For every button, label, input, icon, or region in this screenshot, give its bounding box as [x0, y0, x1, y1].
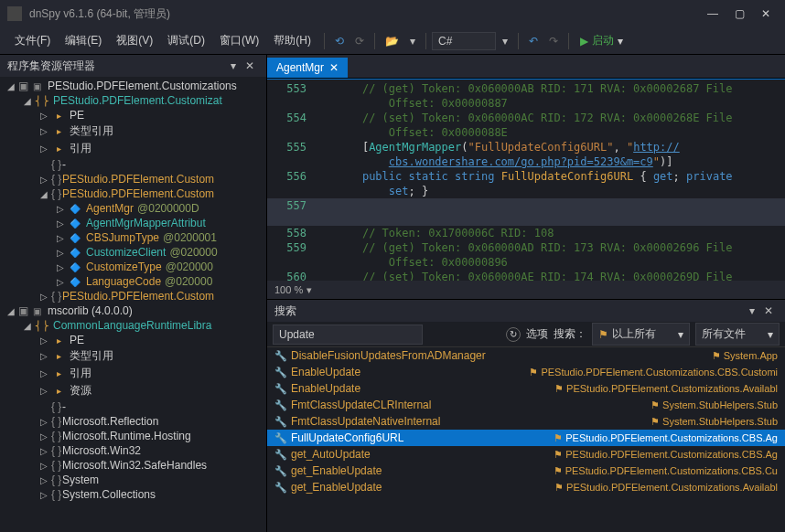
- expander-icon[interactable]: ▷: [38, 351, 49, 361]
- start-button[interactable]: ▶ 启动 ▾: [575, 30, 629, 51]
- chevron-down-icon[interactable]: ▾: [618, 35, 623, 48]
- tree-node[interactable]: { }-: [0, 157, 266, 172]
- close-panel-icon[interactable]: ✕: [759, 302, 778, 320]
- undo-icon[interactable]: ↶: [524, 32, 543, 50]
- search-result[interactable]: 🔧EnableUpdate⚑PEStudio.PDFElement.Custom…: [267, 380, 785, 397]
- tree-node[interactable]: ▷▸PE: [0, 108, 266, 122]
- close-button[interactable]: ✕: [761, 7, 770, 20]
- maximize-button[interactable]: ▢: [735, 7, 745, 20]
- expander-icon[interactable]: ▷: [38, 175, 49, 185]
- filter-scope-dropdown[interactable]: 所有文件▾: [695, 323, 780, 346]
- dropdown-icon[interactable]: ▾: [226, 57, 241, 75]
- tree-node[interactable]: ▷{ }PEStudio.PDFElement.Custom: [0, 289, 266, 303]
- code-line[interactable]: 556 public static string FullUpdateConfi…: [267, 169, 785, 184]
- search-result[interactable]: 🔧FullUpdateConfig6URL⚑PEStudio.PDFElemen…: [267, 430, 785, 446]
- tree-node[interactable]: ◢⎨⎬CommonLanguageRuntimeLibra: [0, 318, 266, 333]
- code-line[interactable]: 557: [267, 198, 785, 226]
- expander-icon[interactable]: ▷: [38, 446, 49, 456]
- search-result[interactable]: 🔧EnableUpdate⚑PEStudio.PDFElement.Custom…: [267, 364, 785, 380]
- expander-icon[interactable]: ▷: [38, 335, 49, 346]
- search-result[interactable]: 🔧DisableFusionUpdatesFromADManager⚑Syste…: [267, 347, 785, 364]
- dropdown-icon[interactable]: ▾: [405, 32, 420, 50]
- tree-node[interactable]: ▷▸引用: [0, 365, 266, 382]
- expander-icon[interactable]: ▷: [55, 218, 66, 229]
- tree-node[interactable]: ◢{ }PEStudio.PDFElement.Custom: [0, 186, 266, 201]
- dropdown-icon[interactable]: ▾: [745, 302, 759, 320]
- menu-item[interactable]: 文件(F): [7, 29, 58, 52]
- tree-node[interactable]: ▷🔷AgentMgrMapperAttribut: [0, 216, 266, 230]
- expander-icon[interactable]: ▷: [38, 461, 49, 471]
- redo-icon[interactable]: ↷: [544, 32, 563, 50]
- code-line[interactable]: Offset: 0x00000896: [267, 255, 785, 270]
- search-result[interactable]: 🔧get_EnableUpdate⚑PEStudio.PDFElement.Cu…: [267, 479, 785, 495]
- expander-icon[interactable]: ▷: [55, 277, 66, 287]
- language-selector[interactable]: [432, 32, 496, 50]
- search-result[interactable]: 🔧FmtClassUpdateNativeInternal⚑System.Stu…: [267, 413, 785, 430]
- expander-icon[interactable]: ▷: [55, 233, 66, 243]
- tree-node[interactable]: ▷▸PE: [0, 333, 266, 347]
- expander-icon[interactable]: ▷: [38, 386, 49, 396]
- menu-item[interactable]: 视图(V): [109, 29, 160, 52]
- minimize-button[interactable]: —: [707, 7, 718, 20]
- tree-node[interactable]: ▷{ }System: [0, 473, 266, 487]
- code-line[interactable]: 554 // (set) Token: 0x060000AC RID: 172 …: [267, 111, 785, 125]
- menu-item[interactable]: 帮助(H): [266, 29, 318, 52]
- menu-item[interactable]: 调试(D): [160, 29, 212, 52]
- code-line[interactable]: 560 // (set) Token: 0x060000AE RID: 174 …: [267, 270, 785, 281]
- tree-node[interactable]: ▷▸类型引用: [0, 347, 266, 365]
- expander-icon[interactable]: ▷: [38, 144, 49, 154]
- expander-icon[interactable]: ▷: [38, 490, 49, 500]
- expander-icon[interactable]: ▷: [38, 126, 49, 136]
- open-icon[interactable]: 📂: [381, 32, 403, 50]
- code-editor[interactable]: 553 // (get) Token: 0x060000AB RID: 171 …: [267, 79, 785, 281]
- tree-node[interactable]: ▷🔷LanguageCode@020000: [0, 274, 266, 289]
- close-panel-icon[interactable]: ✕: [241, 57, 259, 75]
- nav-back-icon[interactable]: ⟲: [330, 32, 349, 50]
- expander-icon[interactable]: ▷: [38, 111, 49, 121]
- code-line[interactable]: 553 // (get) Token: 0x060000AB RID: 171 …: [267, 81, 785, 96]
- tree-view[interactable]: ◢▣▣PEStudio.PDFElement.Customizations◢⎨⎬…: [0, 77, 266, 532]
- tree-node[interactable]: ▷▸引用: [0, 140, 266, 157]
- code-line[interactable]: set; }: [267, 184, 785, 198]
- tree-node[interactable]: ▷🔷CustomizeClient@020000: [0, 245, 266, 260]
- code-line[interactable]: cbs.wondershare.com/go.php?pid=5239&m=c9…: [267, 154, 785, 169]
- expander-icon[interactable]: ▷: [38, 368, 49, 378]
- code-line[interactable]: Offset: 0x0000088E: [267, 125, 785, 140]
- search-result[interactable]: 🔧FmtClassUpdateCLRInternal⚑System.StubHe…: [267, 397, 785, 413]
- menu-item[interactable]: 编辑(E): [58, 29, 109, 52]
- chevron-down-icon[interactable]: ▾: [306, 284, 312, 296]
- tree-node[interactable]: ▷{ }Microsoft.Win32: [0, 443, 266, 458]
- tree-node[interactable]: ▷🔷AgentMgr@0200000D: [0, 201, 266, 216]
- code-line[interactable]: 555 [AgentMgrMapper("FullUpdateConfig6UR…: [267, 140, 785, 154]
- tree-node[interactable]: ▷{ }System.Collections: [0, 487, 266, 502]
- filter-type-dropdown[interactable]: ⚑以上所有▾: [592, 323, 690, 346]
- search-input[interactable]: [273, 325, 423, 345]
- code-line[interactable]: 559 // (get) Token: 0x060000AD RID: 173 …: [267, 240, 785, 255]
- tree-node[interactable]: ▷▸资源: [0, 382, 266, 399]
- expander-icon[interactable]: ◢: [22, 321, 33, 331]
- tree-node[interactable]: ◢▣▣PEStudio.PDFElement.Customizations: [0, 79, 266, 93]
- expander-icon[interactable]: ▷: [38, 475, 49, 485]
- expander-icon[interactable]: ◢: [5, 81, 16, 91]
- tree-node[interactable]: { }-: [0, 399, 266, 414]
- expander-icon[interactable]: ▷: [38, 292, 49, 302]
- expander-icon[interactable]: ◢: [38, 189, 49, 199]
- tree-node[interactable]: ▷▸类型引用: [0, 122, 266, 140]
- code-line[interactable]: 558 // Token: 0x1700006C RID: 108: [267, 226, 785, 240]
- close-tab-icon[interactable]: ✕: [329, 61, 339, 74]
- search-results[interactable]: 🔧DisableFusionUpdatesFromADManager⚑Syste…: [267, 347, 785, 532]
- tree-node[interactable]: ▷{ }PEStudio.PDFElement.Custom: [0, 172, 266, 186]
- tree-node[interactable]: ◢▣▣mscorlib (4.0.0.0): [0, 303, 266, 318]
- menu-item[interactable]: 窗口(W): [212, 29, 266, 52]
- tree-node[interactable]: ◢⎨⎬PEStudio.PDFElement.Customizat: [0, 93, 266, 108]
- code-line[interactable]: Offset: 0x00000887: [267, 96, 785, 111]
- search-result[interactable]: 🔧get_EnableUpdate⚑PEStudio.PDFElement.Cu…: [267, 463, 785, 479]
- expander-icon[interactable]: ▷: [38, 431, 49, 442]
- search-result[interactable]: 🔧get_AutoUpdate⚑PEStudio.PDFElement.Cust…: [267, 446, 785, 463]
- tree-node[interactable]: ▷{ }Microsoft.Runtime.Hosting: [0, 429, 266, 443]
- expander-icon[interactable]: ◢: [5, 306, 16, 316]
- tree-node[interactable]: ▷{ }Microsoft.Win32.SafeHandles: [0, 458, 266, 473]
- refresh-icon[interactable]: ↻: [506, 327, 521, 342]
- chevron-down-icon[interactable]: ▾: [498, 32, 512, 50]
- tab-agentmgr[interactable]: AgentMgr ✕: [267, 58, 348, 78]
